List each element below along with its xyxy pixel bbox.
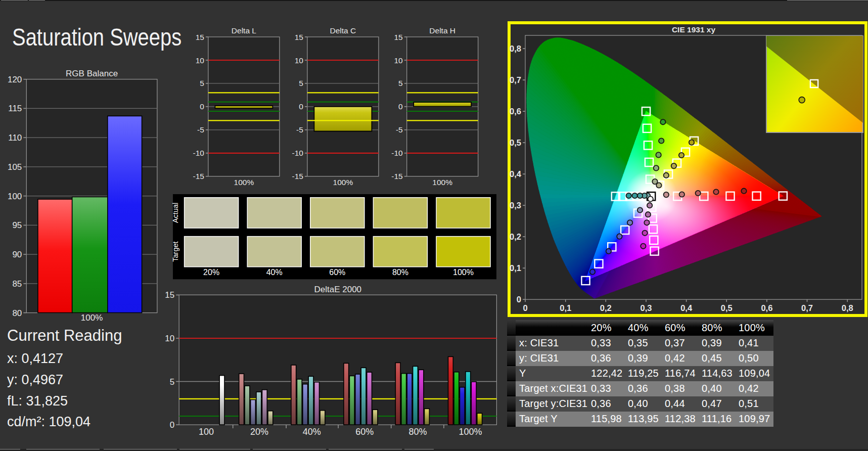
svg-text:0,5: 0,5 xyxy=(510,138,521,147)
svg-text:-10: -10 xyxy=(292,149,303,157)
svg-text:-10: -10 xyxy=(391,149,403,157)
svg-text:0: 0 xyxy=(170,420,174,430)
svg-text:95: 95 xyxy=(12,220,22,230)
svg-text:Delta L: Delta L xyxy=(232,26,256,35)
svg-text:0,4: 0,4 xyxy=(510,169,522,178)
svg-text:0,7: 0,7 xyxy=(510,75,521,84)
svg-text:5: 5 xyxy=(299,79,303,87)
svg-text:105: 105 xyxy=(8,162,22,172)
svg-text:85: 85 xyxy=(12,279,22,289)
svg-text:Target: Target xyxy=(171,241,179,261)
svg-text:-15: -15 xyxy=(292,172,303,181)
svg-text:110: 110 xyxy=(8,133,22,143)
svg-text:-15: -15 xyxy=(391,172,402,181)
svg-text:100%: 100% xyxy=(459,427,482,437)
svg-text:20%: 20% xyxy=(203,268,219,277)
svg-text:5: 5 xyxy=(398,79,403,87)
svg-text:CIE 1931 xy: CIE 1931 xy xyxy=(672,25,716,34)
svg-text:-5: -5 xyxy=(197,125,204,134)
svg-text:60%: 60% xyxy=(329,268,345,277)
svg-text:0,2: 0,2 xyxy=(600,303,612,312)
svg-text:0: 0 xyxy=(200,102,204,111)
svg-text:0,4: 0,4 xyxy=(680,303,693,312)
svg-text:0: 0 xyxy=(517,295,521,304)
svg-text:15: 15 xyxy=(165,290,174,300)
svg-text:-5: -5 xyxy=(396,125,403,134)
svg-text:60%: 60% xyxy=(355,427,374,437)
svg-text:20%: 20% xyxy=(250,427,268,437)
svg-text:DeltaE 2000: DeltaE 2000 xyxy=(314,285,362,294)
svg-text:15: 15 xyxy=(394,33,402,41)
svg-text:10: 10 xyxy=(295,56,304,65)
svg-text:0,2: 0,2 xyxy=(510,232,521,241)
svg-text:80: 80 xyxy=(12,308,22,318)
svg-text:80%: 80% xyxy=(392,268,408,277)
svg-text:RGB Balance: RGB Balance xyxy=(66,69,118,78)
svg-text:0,6: 0,6 xyxy=(761,303,772,312)
svg-text:0,3: 0,3 xyxy=(641,303,652,312)
svg-text:100%: 100% xyxy=(81,313,103,323)
svg-text:100%: 100% xyxy=(453,268,474,277)
svg-text:80%: 80% xyxy=(408,427,427,437)
svg-text:90: 90 xyxy=(12,250,22,259)
svg-text:5: 5 xyxy=(200,79,204,87)
svg-text:120: 120 xyxy=(8,75,22,84)
svg-text:-15: -15 xyxy=(193,172,204,181)
svg-text:10: 10 xyxy=(196,56,205,65)
svg-text:10: 10 xyxy=(394,56,403,65)
svg-text:Actual: Actual xyxy=(171,203,179,223)
svg-text:40%: 40% xyxy=(303,427,321,437)
svg-text:0,1: 0,1 xyxy=(510,263,521,273)
svg-text:15: 15 xyxy=(295,33,303,41)
svg-text:0: 0 xyxy=(398,102,403,111)
svg-text:-5: -5 xyxy=(296,125,303,134)
svg-text:0,6: 0,6 xyxy=(510,107,521,116)
svg-text:0: 0 xyxy=(523,303,527,312)
svg-text:-10: -10 xyxy=(193,149,204,157)
svg-text:0,8: 0,8 xyxy=(510,44,521,53)
svg-text:Delta C: Delta C xyxy=(330,26,356,35)
svg-text:10: 10 xyxy=(165,334,174,343)
svg-text:0,1: 0,1 xyxy=(560,303,571,312)
svg-text:5: 5 xyxy=(170,377,174,387)
svg-text:0,7: 0,7 xyxy=(801,303,813,312)
svg-text:40%: 40% xyxy=(266,268,283,277)
svg-text:0,8: 0,8 xyxy=(842,303,853,312)
svg-text:100%: 100% xyxy=(333,178,353,187)
svg-text:100: 100 xyxy=(8,192,22,201)
svg-text:100: 100 xyxy=(199,427,214,437)
svg-text:Delta H: Delta H xyxy=(429,26,455,35)
svg-text:100%: 100% xyxy=(432,178,452,187)
svg-text:100%: 100% xyxy=(234,178,254,187)
svg-text:0,3: 0,3 xyxy=(510,201,521,210)
svg-text:15: 15 xyxy=(196,33,204,41)
svg-text:0,5: 0,5 xyxy=(721,303,733,312)
svg-text:0: 0 xyxy=(299,102,303,111)
svg-text:115: 115 xyxy=(8,104,22,113)
